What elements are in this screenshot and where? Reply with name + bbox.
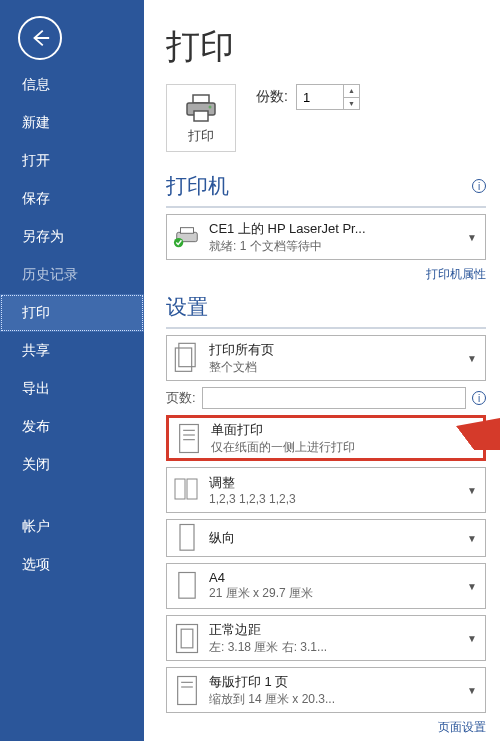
printer-properties-link[interactable]: 打印机属性: [166, 266, 486, 283]
nav-account[interactable]: 帐户: [0, 508, 144, 546]
pages-icon: [173, 341, 201, 376]
svg-point-3: [209, 106, 212, 109]
printer-status: 就绪: 1 个文档等待中: [209, 238, 461, 255]
main-panel: 打印 打印 份数: ▲ ▼: [144, 0, 500, 741]
orientation-selector[interactable]: 纵向 ▼: [166, 519, 486, 557]
svg-rect-18: [181, 629, 193, 648]
svg-rect-7: [179, 343, 195, 366]
print-button-label: 打印: [188, 127, 214, 145]
nav-publish[interactable]: 发布: [0, 408, 144, 446]
single-side-icon: [175, 421, 203, 456]
chevron-down-icon: ▼: [461, 353, 479, 364]
svg-rect-9: [180, 424, 199, 452]
svg-rect-19: [178, 676, 197, 704]
svg-rect-5: [180, 228, 193, 234]
chevron-down-icon: ▼: [459, 433, 477, 444]
print-scope-selector[interactable]: 打印所有页整个文档 ▼: [166, 335, 486, 381]
chevron-down-icon: ▼: [461, 232, 479, 243]
collate-selector[interactable]: 调整1,2,3 1,2,3 1,2,3 ▼: [166, 467, 486, 513]
paper-size-selector[interactable]: A421 厘米 x 29.7 厘米 ▼: [166, 563, 486, 609]
per-sheet-icon: [173, 673, 201, 708]
pages-per-sheet-selector[interactable]: 每版打印 1 页缩放到 14 厘米 x 20.3... ▼: [166, 667, 486, 713]
svg-rect-8: [175, 348, 191, 371]
chevron-down-icon: ▼: [461, 581, 479, 592]
info-icon[interactable]: i: [472, 391, 486, 405]
back-button[interactable]: [18, 16, 62, 60]
printer-section-title: 打印机: [166, 172, 229, 200]
chevron-down-icon: ▼: [461, 633, 479, 644]
chevron-down-icon: ▼: [461, 533, 479, 544]
copies-input[interactable]: [297, 85, 343, 109]
copies-spinner[interactable]: ▲ ▼: [296, 84, 360, 110]
paper-icon: [173, 569, 201, 604]
nav-open[interactable]: 打开: [0, 142, 144, 180]
print-sides-selector[interactable]: 单面打印仅在纸面的一侧上进行打印 ▼: [166, 415, 486, 461]
nav-save[interactable]: 保存: [0, 180, 144, 218]
chevron-down-icon: ▼: [461, 685, 479, 696]
nav-print[interactable]: 打印: [0, 294, 144, 332]
sidebar: 信息 新建 打开 保存 另存为 历史记录 打印 共享 导出 发布 关闭 帐户 选…: [0, 0, 144, 741]
collate-icon: [173, 475, 201, 505]
nav-share[interactable]: 共享: [0, 332, 144, 370]
nav-saveas[interactable]: 另存为: [0, 218, 144, 256]
margins-selector[interactable]: 正常边距左: 3.18 厘米 右: 3.1... ▼: [166, 615, 486, 661]
nav-info[interactable]: 信息: [0, 66, 144, 104]
svg-rect-13: [175, 479, 185, 499]
margins-icon: [173, 621, 201, 656]
svg-rect-16: [179, 572, 195, 598]
pages-label: 页数:: [166, 389, 196, 407]
nav-new[interactable]: 新建: [0, 104, 144, 142]
portrait-icon: [173, 521, 201, 556]
nav-options[interactable]: 选项: [0, 546, 144, 584]
chevron-down-icon: ▼: [461, 485, 479, 496]
svg-rect-14: [187, 479, 197, 499]
arrow-left-icon: [29, 27, 51, 49]
printer-icon: [184, 93, 218, 123]
nav-close[interactable]: 关闭: [0, 446, 144, 484]
pages-input[interactable]: [202, 387, 466, 409]
nav-history[interactable]: 历史记录: [0, 256, 144, 294]
svg-point-6: [174, 238, 183, 247]
copies-up[interactable]: ▲: [344, 85, 359, 98]
page-setup-link[interactable]: 页面设置: [166, 719, 486, 736]
copies-label: 份数:: [256, 88, 288, 106]
info-icon[interactable]: i: [472, 179, 486, 193]
svg-rect-0: [193, 95, 209, 103]
printer-name: CE1 上的 HP LaserJet Pr...: [209, 220, 461, 238]
settings-section-title: 设置: [166, 293, 208, 321]
page-title: 打印: [166, 24, 486, 70]
svg-rect-15: [180, 524, 194, 550]
svg-rect-2: [194, 111, 208, 121]
printer-selector[interactable]: CE1 上的 HP LaserJet Pr... 就绪: 1 个文档等待中 ▼: [166, 214, 486, 260]
print-button[interactable]: 打印: [166, 84, 236, 152]
nav-export[interactable]: 导出: [0, 370, 144, 408]
copies-down[interactable]: ▼: [344, 98, 359, 110]
printer-ready-icon: [173, 226, 201, 248]
